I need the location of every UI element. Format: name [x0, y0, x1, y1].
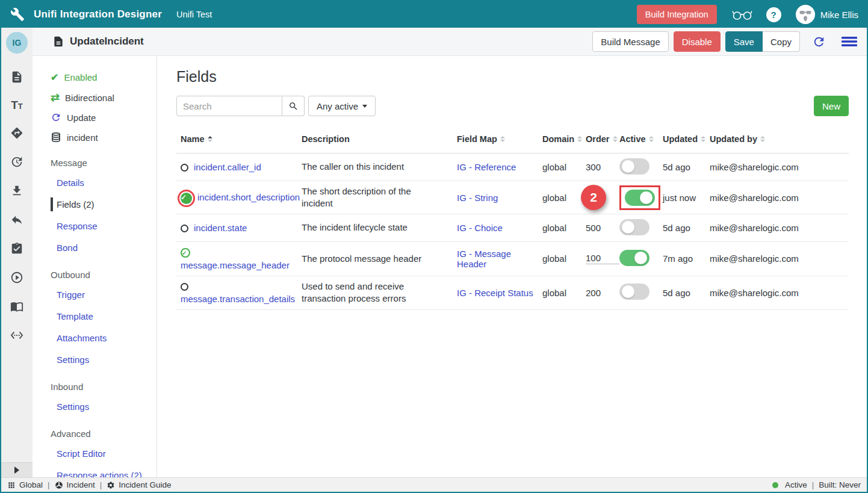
green-check-outline-icon: [181, 248, 190, 258]
field-name-link[interactable]: message.message_header: [181, 260, 290, 270]
search-button[interactable]: [282, 96, 305, 116]
sidebar-item-fields[interactable]: Fields (2): [51, 197, 157, 211]
column-name[interactable]: Name: [176, 134, 302, 144]
field-description: The short description of the incident: [302, 185, 457, 210]
scope-incident-guide[interactable]: Incident Guide: [107, 480, 171, 489]
section-outbound: Outbound: [51, 270, 157, 280]
sort-icon: [760, 136, 765, 142]
active-toggle[interactable]: [619, 219, 649, 235]
scope-global[interactable]: Global: [7, 480, 43, 489]
field-order[interactable]: 300: [586, 162, 619, 172]
column-field-map[interactable]: Field Map: [457, 134, 542, 144]
build-message-button[interactable]: Build Message: [592, 31, 668, 52]
active-toggle[interactable]: [625, 190, 655, 206]
sidebar-item-response[interactable]: Response: [51, 219, 157, 233]
column-updated-by[interactable]: Updated by: [710, 134, 849, 144]
spectacles-icon[interactable]: [731, 8, 753, 21]
app-logo: [1, 7, 34, 22]
new-button[interactable]: New: [814, 96, 849, 116]
tasks-clipboard-icon[interactable]: [10, 242, 23, 255]
integration-status: Active: [772, 480, 807, 489]
section-message: Message: [51, 158, 157, 168]
field-map-link[interactable]: IG - Message Header: [457, 249, 542, 269]
active-toggle[interactable]: [619, 158, 649, 175]
column-description[interactable]: Description: [302, 134, 457, 144]
book-icon[interactable]: [10, 300, 23, 313]
help-icon[interactable]: ?: [766, 7, 781, 22]
status-incident-table: incident: [51, 132, 157, 143]
table-row: message.transaction_details Used to send…: [176, 276, 849, 311]
history-clock-icon[interactable]: [10, 155, 23, 169]
field-updated: 5d ago: [663, 288, 710, 298]
field-order[interactable]: 500: [586, 223, 619, 233]
search-input[interactable]: [176, 96, 282, 116]
field-domain: global: [542, 288, 586, 298]
sidebar-item-template[interactable]: Template: [51, 309, 157, 323]
field-map-link[interactable]: IG - Receipt Status: [457, 288, 542, 298]
typography-icon[interactable]: TT: [11, 99, 23, 111]
document-icon[interactable]: [10, 70, 23, 84]
sidebar-item-trigger[interactable]: Trigger: [51, 288, 157, 302]
column-order[interactable]: Order: [586, 134, 619, 144]
table-header: Name Description Field Map Domain Order …: [176, 131, 849, 153]
active-toggle[interactable]: [619, 284, 649, 300]
refresh-button[interactable]: [812, 35, 826, 49]
field-map-link[interactable]: IG - Reference: [457, 162, 542, 172]
user-menu[interactable]: Mike Ellis: [796, 5, 858, 24]
workspace-badge: IG: [6, 32, 28, 54]
menu-button[interactable]: [842, 36, 857, 48]
save-button[interactable]: Save: [725, 31, 763, 52]
sidebar-item-details[interactable]: Details: [51, 176, 157, 190]
sidebar-item-bond[interactable]: Bond: [51, 241, 157, 255]
scope-incident[interactable]: Incident: [55, 480, 95, 489]
sidebar-item-script-editor[interactable]: Script Editor: [51, 447, 157, 460]
sidebar-item-outbound-settings[interactable]: Settings: [51, 353, 157, 367]
column-active[interactable]: Active: [619, 134, 663, 144]
reply-icon[interactable]: [10, 213, 23, 226]
app-window: Unifi Integration Designer Unifi Test Bu…: [0, 0, 868, 493]
field-order[interactable]: 100: [586, 253, 619, 264]
column-domain[interactable]: Domain: [542, 134, 586, 144]
built-status: Built: Never: [819, 480, 861, 489]
database-icon: [51, 132, 61, 143]
code-icon[interactable]: [10, 329, 24, 342]
status-enabled: ✔ Enabled: [51, 72, 157, 83]
status-bar: Global | Incident | Incident Guide Activ…: [1, 477, 867, 492]
play-circle-icon[interactable]: [10, 271, 23, 284]
build-integration-button[interactable]: Build Integration: [637, 5, 717, 24]
hamburger-icon: [842, 36, 857, 48]
copy-button[interactable]: Copy: [763, 31, 800, 52]
icon-rail: IG TT: [1, 28, 33, 477]
search-icon: [288, 101, 299, 111]
field-domain: global: [542, 193, 586, 203]
table-row: incident.state The incident lifecycle st…: [176, 214, 849, 242]
page-title: Fields: [176, 68, 849, 85]
check-icon: ✔: [51, 72, 58, 83]
sidebar-item-inbound-settings[interactable]: Settings: [51, 400, 157, 414]
directions-diamond-icon[interactable]: [10, 126, 23, 140]
column-updated[interactable]: Updated: [663, 134, 710, 144]
field-name-link[interactable]: message.transaction_details: [181, 294, 295, 304]
active-filter-dropdown[interactable]: Any active: [308, 96, 376, 116]
annotation-highlight-box: [619, 185, 660, 210]
field-name-link[interactable]: incident.state: [194, 223, 247, 233]
sort-icon: [500, 136, 505, 142]
green-check-circle-icon: [181, 193, 192, 204]
environment-name: Unifi Test: [176, 10, 212, 19]
disable-button[interactable]: Disable: [674, 31, 721, 52]
empty-circle-icon: [181, 225, 188, 232]
toolbar: Any active New: [176, 96, 849, 116]
field-order[interactable]: 200: [586, 288, 619, 298]
user-name: Mike Ellis: [820, 10, 858, 20]
table-row: message.message_header The protocol mess…: [176, 242, 849, 276]
field-name-link[interactable]: incident.short_description: [197, 192, 300, 202]
field-map-link[interactable]: IG - Choice: [457, 223, 542, 233]
rail-expand-button[interactable]: [1, 462, 33, 477]
sidebar-item-attachments[interactable]: Attachments: [51, 331, 157, 345]
section-inbound: Inbound: [51, 382, 157, 392]
field-name-link[interactable]: incident.caller_id: [194, 162, 261, 172]
field-map-link[interactable]: IG - String: [457, 193, 542, 203]
status-dot-icon: [772, 482, 778, 488]
download-icon[interactable]: [10, 184, 23, 197]
active-toggle[interactable]: [619, 250, 649, 266]
